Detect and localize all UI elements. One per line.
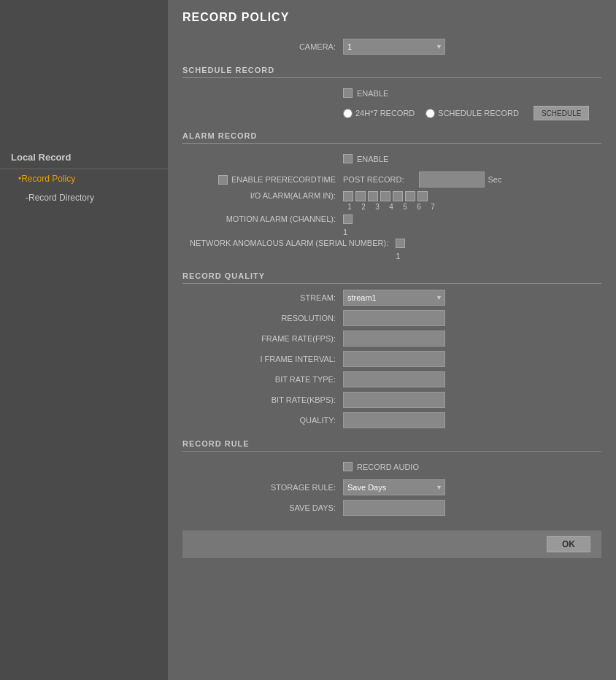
io-alarm-label: I/O ALARM(ALARM IN): bbox=[190, 191, 336, 200]
radio-schedule-option: SCHEDULE RECORD bbox=[426, 109, 519, 118]
alarm-record-header: ALARM RECORD bbox=[182, 131, 601, 144]
prerecord-left: ENABLE PRERECORDTIME bbox=[190, 175, 336, 185]
bit-rate-row: BIT RATE(KBPS): 4000 bbox=[182, 392, 601, 408]
alarm-num-7: 7 bbox=[428, 203, 438, 211]
record-rule-header: RECORD RULE bbox=[182, 439, 601, 452]
radio-24h-option: 24H*7 RECORD bbox=[343, 109, 415, 118]
prerecord-checkbox[interactable] bbox=[218, 175, 228, 185]
record-audio-checkbox[interactable] bbox=[343, 462, 353, 471]
schedule-enable-row: ENABLE bbox=[182, 84, 601, 102]
schedule-enable-checkbox[interactable] bbox=[343, 88, 353, 98]
resolution-input[interactable]: 1920x1080 bbox=[343, 310, 445, 326]
motion-alarm-area: 1 bbox=[343, 215, 353, 236]
storage-rule-select[interactable]: Save Days Loop bbox=[343, 479, 445, 495]
save-days-row: SAVE DAYS: 15 bbox=[182, 500, 601, 516]
alarm-numbers: 1 2 3 4 5 6 7 bbox=[343, 203, 438, 211]
io-alarm-boxes-area: 1 2 3 4 5 6 7 bbox=[343, 191, 438, 211]
i-frame-label: I FRAME INTERVAL: bbox=[190, 355, 336, 363]
stream-select[interactable]: stream1 stream2 bbox=[343, 290, 445, 306]
bit-rate-type-row: BIT RATE TYPE: VBR bbox=[182, 371, 601, 387]
bit-rate-type-label: BIT RATE TYPE: bbox=[190, 375, 336, 384]
alarm-box-1[interactable] bbox=[343, 191, 353, 201]
bit-rate-input[interactable]: 4000 bbox=[343, 392, 445, 408]
quality-input[interactable]: 5 bbox=[343, 412, 445, 428]
i-frame-input[interactable]: 50 bbox=[343, 351, 445, 367]
post-record-input[interactable]: 0 bbox=[419, 171, 485, 188]
sidebar-item-record-directory[interactable]: -Record Directory bbox=[0, 188, 168, 207]
quality-row: QUALITY: 5 bbox=[182, 412, 601, 428]
alarm-box-6[interactable] bbox=[405, 191, 415, 201]
schedule-radio-row: 24H*7 RECORD SCHEDULE RECORD SCHEDULE bbox=[182, 106, 601, 120]
alarm-enable-row: ENABLE bbox=[182, 150, 601, 168]
alarm-num-5: 5 bbox=[400, 203, 410, 211]
prerecord-label: ENABLE PRERECORDTIME bbox=[231, 175, 336, 184]
io-alarm-row: I/O ALARM(ALARM IN): 1 2 3 4 5 6 7 bbox=[182, 191, 601, 211]
schedule-button[interactable]: SCHEDULE bbox=[534, 106, 589, 120]
camera-row: CAMERA: 1 2 3 4 bbox=[182, 39, 601, 55]
alarm-num-1: 1 bbox=[344, 203, 355, 211]
alarm-box-4[interactable] bbox=[380, 191, 390, 201]
alarm-box-3[interactable] bbox=[368, 191, 378, 201]
network-alarm-number: 1 bbox=[396, 252, 405, 260]
alarm-num-4: 4 bbox=[386, 203, 396, 211]
alarm-enable-checkbox[interactable] bbox=[343, 154, 353, 163]
record-quality-header: RECORD QUALITY bbox=[182, 271, 601, 284]
camera-select[interactable]: 1 2 3 4 bbox=[343, 39, 445, 55]
sidebar-section-title: Local Record bbox=[0, 146, 168, 169]
prerecord-row: ENABLE PRERECORDTIME POST RECORD: 0 Sec bbox=[182, 171, 601, 188]
frame-rate-input[interactable]: 25 bbox=[343, 331, 445, 347]
main-content: RECORD POLICY CAMERA: 1 2 3 4 SCHEDULE R… bbox=[168, 0, 616, 680]
frame-rate-label: FRAME RATE(FPS): bbox=[190, 334, 336, 343]
resolution-label: RESOLUTION: bbox=[190, 314, 336, 322]
alarm-box-2[interactable] bbox=[355, 191, 366, 201]
post-record-label: POST RECORD: bbox=[343, 175, 404, 184]
storage-rule-label: STORAGE RULE: bbox=[190, 483, 336, 492]
motion-alarm-row: MOTION ALARM (CHANNEL): 1 bbox=[182, 215, 601, 236]
radio-schedule-label: SCHEDULE RECORD bbox=[438, 109, 519, 117]
storage-rule-row: STORAGE RULE: Save Days Loop bbox=[182, 479, 601, 495]
alarm-num-6: 6 bbox=[414, 203, 424, 211]
stream-row: STREAM: stream1 stream2 bbox=[182, 290, 601, 306]
save-days-input[interactable]: 15 bbox=[343, 500, 445, 516]
page-title: RECORD POLICY bbox=[182, 11, 601, 24]
sec-label: Sec bbox=[488, 175, 502, 184]
radio-schedule[interactable] bbox=[426, 109, 435, 118]
bit-rate-label: BIT RATE(KBPS): bbox=[190, 395, 336, 404]
sidebar: Local Record •Record Policy -Record Dire… bbox=[0, 0, 168, 680]
alarm-num-3: 3 bbox=[372, 203, 382, 211]
stream-select-wrapper[interactable]: stream1 stream2 bbox=[343, 290, 445, 306]
record-audio-label: RECORD AUDIO bbox=[357, 463, 419, 471]
quality-label: QUALITY: bbox=[190, 416, 336, 425]
storage-rule-select-wrapper[interactable]: Save Days Loop bbox=[343, 479, 445, 495]
alarm-boxes bbox=[343, 191, 438, 201]
footer: OK bbox=[182, 530, 601, 558]
sidebar-item-record-policy[interactable]: •Record Policy bbox=[0, 169, 168, 188]
alarm-box-5[interactable] bbox=[393, 191, 403, 201]
motion-alarm-number: 1 bbox=[343, 228, 353, 236]
network-alarm-label: NETWORK ANOMALOUS ALARM (SERIAL NUMBER): bbox=[190, 239, 388, 247]
camera-select-wrapper[interactable]: 1 2 3 4 bbox=[343, 39, 445, 55]
motion-alarm-label: MOTION ALARM (CHANNEL): bbox=[190, 215, 336, 223]
ok-button[interactable]: OK bbox=[547, 536, 590, 552]
network-alarm-row: NETWORK ANOMALOUS ALARM (SERIAL NUMBER):… bbox=[182, 239, 601, 260]
network-alarm-area: 1 bbox=[396, 239, 405, 260]
alarm-enable-label: ENABLE bbox=[357, 155, 388, 163]
frame-rate-row: FRAME RATE(FPS): 25 bbox=[182, 331, 601, 347]
schedule-enable-label: ENABLE bbox=[357, 89, 388, 98]
alarm-num-2: 2 bbox=[358, 203, 369, 211]
alarm-box-7[interactable] bbox=[417, 191, 428, 201]
schedule-record-header: SCHEDULE RECORD bbox=[182, 66, 601, 78]
radio-24h-label: 24H*7 RECORD bbox=[355, 109, 415, 117]
post-record-inputs: 0 Sec bbox=[419, 171, 502, 188]
network-alarm-checkbox[interactable] bbox=[396, 239, 405, 248]
i-frame-row: I FRAME INTERVAL: 50 bbox=[182, 351, 601, 367]
motion-alarm-checkbox[interactable] bbox=[343, 215, 353, 224]
resolution-row: RESOLUTION: 1920x1080 bbox=[182, 310, 601, 326]
radio-24h[interactable] bbox=[343, 109, 353, 118]
record-audio-row: RECORD AUDIO bbox=[182, 457, 601, 476]
camera-label: CAMERA: bbox=[190, 42, 336, 51]
save-days-label: SAVE DAYS: bbox=[190, 503, 336, 512]
post-record-area: POST RECORD: bbox=[343, 175, 404, 184]
bit-rate-type-input[interactable]: VBR bbox=[343, 371, 445, 387]
stream-label: STREAM: bbox=[190, 293, 336, 302]
